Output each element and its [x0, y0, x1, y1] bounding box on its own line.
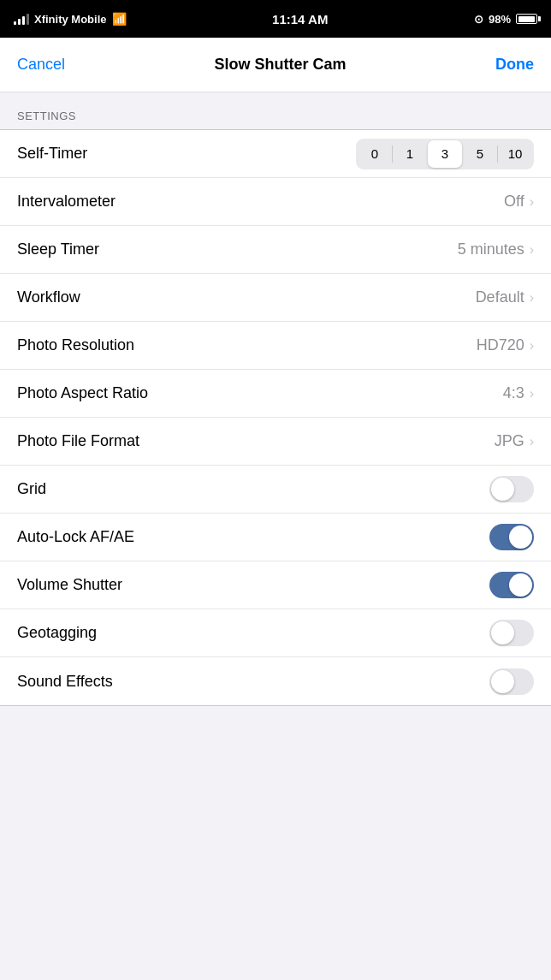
geotagging-toggle[interactable] — [489, 620, 534, 646]
nav-bar: Cancel Slow Shutter Cam Done — [0, 38, 551, 92]
chevron-icon: › — [530, 434, 534, 449]
battery-icon — [516, 14, 537, 24]
page-title: Slow Shutter Cam — [215, 56, 347, 74]
seg-option-1[interactable]: 1 — [393, 140, 427, 168]
orientation-lock-icon: ⊙ — [474, 13, 483, 26]
intervalometer-row[interactable]: Intervalometer Off › — [0, 178, 551, 226]
sleep-timer-label: Sleep Timer — [17, 241, 99, 258]
toggle-thumb — [491, 621, 514, 644]
photo-file-format-value: JPG — [495, 432, 524, 450]
done-button[interactable]: Done — [495, 56, 534, 74]
clock: 11:14 AM — [272, 12, 328, 27]
signal-icon — [14, 13, 29, 25]
intervalometer-label: Intervalometer — [17, 193, 116, 211]
sleep-timer-value: 5 minutes — [458, 241, 524, 258]
photo-file-format-row[interactable]: Photo File Format JPG › — [0, 418, 551, 466]
chevron-icon: › — [530, 194, 534, 210]
self-timer-label: Self-Timer — [17, 145, 87, 163]
intervalometer-right: Off › — [504, 193, 534, 211]
seg-option-0[interactable]: 0 — [358, 140, 392, 168]
self-timer-row: Self-Timer 0 1 3 5 10 — [0, 130, 551, 178]
section-header: SETTINGS — [0, 92, 551, 129]
sound-effects-label: Sound Effects — [17, 673, 113, 691]
cancel-button[interactable]: Cancel — [17, 56, 65, 74]
photo-resolution-row[interactable]: Photo Resolution HD720 › — [0, 322, 551, 370]
volume-shutter-row: Volume Shutter — [0, 561, 551, 609]
geotagging-label: Geotagging — [17, 624, 97, 642]
photo-file-format-right: JPG › — [495, 432, 534, 450]
chevron-icon: › — [530, 386, 534, 401]
grid-toggle[interactable] — [489, 476, 534, 502]
status-left: Xfinity Mobile 📶 — [14, 12, 127, 26]
photo-aspect-ratio-value: 4:3 — [503, 384, 524, 402]
self-timer-control[interactable]: 0 1 3 5 10 — [356, 139, 534, 169]
seg-option-5[interactable]: 5 — [463, 140, 497, 168]
chevron-icon: › — [530, 290, 534, 306]
grid-label: Grid — [17, 480, 46, 498]
workflow-right: Default › — [476, 288, 534, 306]
sound-effects-row: Sound Effects — [0, 657, 551, 705]
workflow-value: Default — [476, 288, 524, 306]
geotagging-row: Geotagging — [0, 609, 551, 657]
toggle-thumb — [509, 526, 532, 549]
sound-effects-toggle[interactable] — [489, 668, 534, 695]
status-right: ⊙ 98% — [474, 13, 537, 26]
chevron-icon: › — [530, 338, 534, 353]
settings-container: SETTINGS Self-Timer 0 1 3 5 10 Intervalo… — [0, 92, 551, 980]
toggle-thumb — [509, 573, 532, 597]
chevron-icon: › — [530, 242, 534, 258]
seg-option-3[interactable]: 3 — [428, 140, 462, 168]
photo-file-format-label: Photo File Format — [17, 432, 139, 450]
battery-percent: 98% — [489, 13, 511, 26]
auto-lock-afae-row: Auto-Lock AF/AE — [0, 514, 551, 561]
photo-aspect-ratio-row[interactable]: Photo Aspect Ratio 4:3 › — [0, 370, 551, 418]
workflow-label: Workflow — [17, 288, 80, 306]
sleep-timer-row[interactable]: Sleep Timer 5 minutes › — [0, 226, 551, 274]
wifi-icon: 📶 — [112, 12, 127, 26]
auto-lock-afae-label: Auto-Lock AF/AE — [17, 528, 134, 546]
photo-resolution-right: HD720 › — [477, 336, 534, 354]
auto-lock-afae-toggle[interactable] — [489, 524, 534, 550]
workflow-row[interactable]: Workflow Default › — [0, 274, 551, 322]
toggle-thumb — [491, 670, 514, 693]
grid-row: Grid — [0, 466, 551, 514]
sleep-timer-right: 5 minutes › — [458, 241, 534, 258]
toggle-thumb — [491, 478, 514, 501]
status-bar: Xfinity Mobile 📶 11:14 AM ⊙ 98% — [0, 0, 551, 38]
intervalometer-value: Off — [504, 193, 524, 211]
photo-resolution-value: HD720 — [477, 336, 524, 354]
volume-shutter-label: Volume Shutter — [17, 576, 122, 594]
photo-aspect-ratio-right: 4:3 › — [503, 384, 534, 402]
photo-aspect-ratio-label: Photo Aspect Ratio — [17, 384, 148, 402]
photo-resolution-label: Photo Resolution — [17, 336, 134, 354]
settings-group: Self-Timer 0 1 3 5 10 Intervalometer Off… — [0, 129, 551, 706]
carrier-label: Xfinity Mobile — [34, 13, 107, 26]
volume-shutter-toggle[interactable] — [489, 572, 534, 598]
seg-option-10[interactable]: 10 — [498, 140, 532, 168]
